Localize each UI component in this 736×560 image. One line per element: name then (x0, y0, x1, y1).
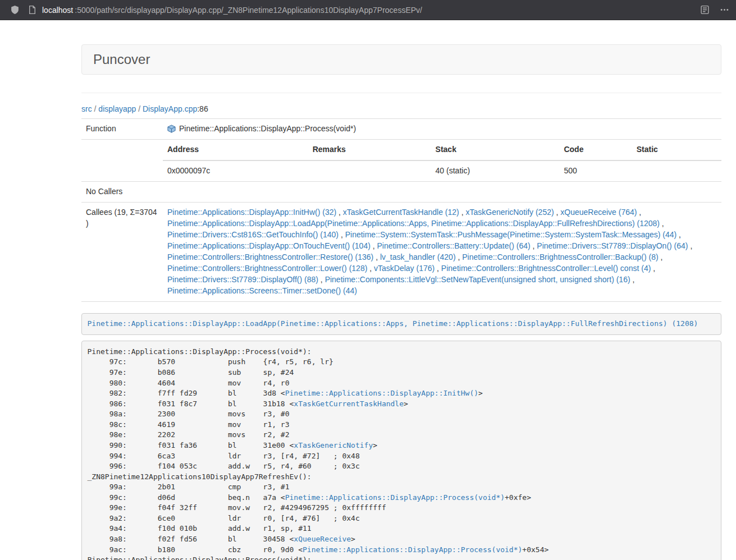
callees-label: Callees (19, Σ=3704 ) (81, 202, 163, 301)
page-content: Puncover src / displayapp / DisplayApp.c… (81, 44, 721, 560)
code-value: 500 (559, 160, 632, 181)
table-row: Callees (19, Σ=3704 ) Pinetime::Applicat… (81, 202, 721, 301)
menu-icon[interactable] (720, 5, 729, 15)
symbol-link[interactable]: xTaskGenericNotify (294, 441, 373, 449)
callee-link[interactable]: Pinetime::System::SystemTask::PushMessag… (345, 230, 677, 239)
stack-value: 40 (static) (431, 160, 560, 181)
callee-link[interactable]: Pinetime::Drivers::St7789::DisplayOff() … (167, 275, 318, 284)
snippet-box: Pinetime::Applications::DisplayApp::Load… (81, 313, 721, 336)
disassembly-block: Pinetime::Applications::DisplayApp::Proc… (81, 341, 721, 560)
callee-link[interactable]: Pinetime::Drivers::Cst816S::GetTouchInfo… (167, 230, 339, 239)
page-icon (28, 5, 37, 15)
function-stats-table: Address Remarks Stack Code Static 0x0000… (163, 144, 721, 181)
no-callers-label: No Callers (81, 181, 163, 202)
callee-link[interactable]: lv_task_handler (420) (380, 253, 456, 261)
symbol-link[interactable]: Pinetime::Applications::DisplayApp::Proc… (303, 545, 522, 554)
breadcrumb-link[interactable]: src (81, 104, 92, 113)
remarks-value (308, 160, 431, 181)
reader-view-icon[interactable] (700, 5, 710, 15)
browser-toolbar: localhost:5000/path/src/displayapp/Displ… (0, 0, 736, 20)
col-stack: Stack (431, 144, 560, 160)
url-path: :5000/path/src/displayapp/DisplayApp.cpp… (75, 6, 422, 15)
shield-icon[interactable] (10, 5, 20, 15)
symbol-link[interactable]: Pinetime::Applications::DisplayApp::Proc… (285, 493, 505, 502)
breadcrumb-link[interactable]: displayapp (98, 104, 136, 113)
divider (81, 93, 721, 93)
function-row-label: Function (81, 119, 163, 140)
callee-link[interactable]: Pinetime::Controllers::BrightnessControl… (441, 264, 651, 273)
col-code: Code (559, 144, 632, 160)
table-row: Function Pinetime::Applications::Display… (81, 119, 721, 140)
callee-link[interactable]: xTaskGetCurrentTaskHandle (12) (343, 208, 459, 217)
symbol-link[interactable]: Pinetime::Applications::DisplayApp::Init… (285, 389, 478, 397)
stats-header-row: Address Remarks Stack Code Static (163, 144, 721, 160)
function-type-icon (167, 125, 176, 133)
breadcrumb: src / displayapp / DisplayApp.cpp:86 (81, 104, 721, 113)
callee-link[interactable]: Pinetime::Applications::DisplayApp::Load… (167, 219, 660, 228)
callee-link[interactable]: Pinetime::Applications::DisplayApp::Init… (167, 208, 336, 217)
col-remarks: Remarks (308, 144, 431, 160)
callee-link[interactable]: xTaskGenericNotify (252) (465, 208, 554, 217)
address-value: 0x0000097c (163, 160, 308, 181)
callee-link[interactable]: Pinetime::Drivers::St7789::DisplayOn() (… (537, 241, 688, 250)
callee-link[interactable]: xQueueReceive (764) (560, 208, 637, 217)
symbol-link[interactable]: xTaskGetCurrentTaskHandle (294, 400, 404, 408)
url-bar[interactable]: localhost:5000/path/src/displayapp/Displ… (28, 5, 693, 15)
callee-link[interactable]: Pinetime::Controllers::BrightnessControl… (167, 264, 367, 273)
breadcrumb-line-number: :86 (197, 104, 208, 113)
callee-link[interactable]: Pinetime::Controllers::BrightnessControl… (462, 253, 658, 261)
symbol-link[interactable]: xQueueReceive (294, 535, 351, 543)
url-host: localhost (42, 6, 73, 15)
callee-link[interactable]: Pinetime::Components::LittleVgl::SetNewT… (325, 275, 630, 284)
snippet-function-link[interactable]: Pinetime::Applications::DisplayApp::Load… (88, 319, 698, 328)
callee-link[interactable]: Pinetime::Controllers::BrightnessControl… (167, 253, 373, 261)
toolbar-actions (700, 5, 729, 15)
callee-link[interactable]: Pinetime::Applications::Screens::Timer::… (167, 286, 357, 295)
page-title: Puncover (93, 52, 150, 67)
col-static: Static (632, 144, 721, 160)
app-header: Puncover (81, 44, 721, 75)
static-value (632, 160, 721, 181)
breadcrumb-link[interactable]: DisplayApp.cpp (143, 104, 197, 113)
callee-link[interactable]: Pinetime::Applications::DisplayApp::OnTo… (167, 241, 371, 250)
function-name: Pinetime::Applications::DisplayApp::Proc… (179, 123, 356, 135)
col-address: Address (163, 144, 308, 160)
function-table: Function Pinetime::Applications::Display… (81, 118, 721, 302)
callee-link[interactable]: Pinetime::Controllers::Battery::Update()… (377, 241, 531, 250)
callees-list: Pinetime::Applications::DisplayApp::Init… (163, 202, 721, 301)
stats-value-row: 0x0000097c 40 (static) 500 (163, 160, 721, 181)
table-row: No Callers (81, 181, 721, 202)
callee-link[interactable]: vTaskDelay (176) (374, 264, 435, 273)
table-row: Address Remarks Stack Code Static 0x0000… (81, 139, 721, 181)
